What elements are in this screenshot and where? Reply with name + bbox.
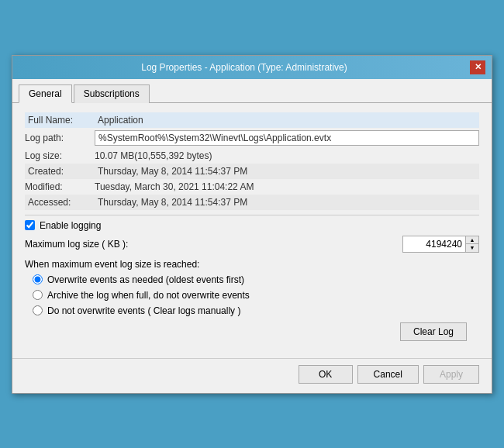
radio-no-overwrite[interactable] bbox=[33, 305, 43, 315]
spin-down-button[interactable]: ▼ bbox=[466, 244, 478, 252]
tab-bar: General Subscriptions bbox=[12, 79, 492, 103]
created-label: Created: bbox=[28, 166, 98, 177]
enable-logging-row: Enable logging bbox=[25, 220, 479, 231]
dialog-body: General Subscriptions Full Name: Applica… bbox=[12, 79, 492, 358]
spin-up-button[interactable]: ▲ bbox=[466, 236, 478, 244]
spinbox-buttons: ▲ ▼ bbox=[465, 236, 478, 252]
radio-archive-label: Archive the log when full, do not overwr… bbox=[47, 290, 250, 301]
radio-row-0: Overwrite events as needed (oldest event… bbox=[33, 274, 479, 285]
modified-label: Modified: bbox=[25, 181, 95, 192]
accessed-row: Accessed: Thursday, May 8, 2014 11:54:37… bbox=[25, 195, 479, 210]
dialog-window: Log Properties - Application (Type: Admi… bbox=[12, 55, 492, 394]
radio-overwrite[interactable] bbox=[33, 274, 43, 284]
max-size-spinbox: ▲ ▼ bbox=[402, 236, 479, 253]
radio-group: Overwrite events as needed (oldest event… bbox=[25, 274, 479, 316]
full-name-label: Full Name: bbox=[28, 115, 98, 126]
apply-button[interactable]: Apply bbox=[423, 365, 479, 384]
clear-log-button[interactable]: Clear Log bbox=[400, 322, 467, 341]
modified-value: Tuesday, March 30, 2021 11:04:22 AM bbox=[95, 181, 479, 192]
radio-row-2: Do not overwrite events ( Clear logs man… bbox=[33, 305, 479, 316]
max-size-input[interactable] bbox=[403, 237, 465, 251]
cancel-button[interactable]: Cancel bbox=[357, 365, 419, 384]
enable-logging-checkbox[interactable] bbox=[25, 220, 35, 230]
close-button[interactable]: ✕ bbox=[470, 60, 485, 74]
tab-content: Full Name: Application Log path: Log siz… bbox=[12, 103, 492, 358]
accessed-label: Accessed: bbox=[28, 197, 98, 208]
max-size-label: Maximum log size ( KB ): bbox=[25, 239, 128, 250]
divider bbox=[25, 215, 479, 215]
log-path-row: Log path: bbox=[25, 128, 479, 148]
tab-general[interactable]: General bbox=[19, 84, 72, 103]
log-path-input[interactable] bbox=[95, 130, 479, 146]
log-path-label: Log path: bbox=[25, 133, 95, 143]
created-value: Thursday, May 8, 2014 11:54:37 PM bbox=[98, 166, 476, 177]
when-reached-label: When maximum event log size is reached: bbox=[25, 259, 479, 270]
dialog-title: Log Properties - Application (Type: Admi… bbox=[19, 62, 470, 73]
full-name-row: Full Name: Application bbox=[25, 112, 479, 128]
enable-logging-label: Enable logging bbox=[40, 220, 101, 231]
radio-no-overwrite-label: Do not overwrite events ( Clear logs man… bbox=[47, 305, 240, 316]
full-name-value: Application bbox=[98, 115, 476, 126]
radio-row-1: Archive the log when full, do not overwr… bbox=[33, 290, 479, 301]
log-size-value: 10.07 MB(10,555,392 bytes) bbox=[95, 150, 479, 161]
tab-subscriptions[interactable]: Subscriptions bbox=[74, 84, 150, 103]
log-path-input-wrapper bbox=[95, 130, 479, 146]
created-row: Created: Thursday, May 8, 2014 11:54:37 … bbox=[25, 164, 479, 179]
accessed-value: Thursday, May 8, 2014 11:54:37 PM bbox=[98, 197, 476, 208]
log-size-label: Log size: bbox=[25, 150, 95, 161]
bottom-actions: Clear Log bbox=[25, 316, 479, 349]
log-size-row: Log size: 10.07 MB(10,555,392 bytes) bbox=[25, 148, 479, 164]
modified-row: Modified: Tuesday, March 30, 2021 11:04:… bbox=[25, 179, 479, 195]
ok-button[interactable]: OK bbox=[299, 365, 353, 384]
radio-overwrite-label: Overwrite events as needed (oldest event… bbox=[47, 274, 244, 285]
radio-archive[interactable] bbox=[33, 290, 43, 300]
max-size-row: Maximum log size ( KB ): ▲ ▼ bbox=[25, 236, 479, 253]
title-bar: Log Properties - Application (Type: Admi… bbox=[12, 56, 492, 79]
dialog-footer: OK Cancel Apply bbox=[12, 358, 492, 393]
